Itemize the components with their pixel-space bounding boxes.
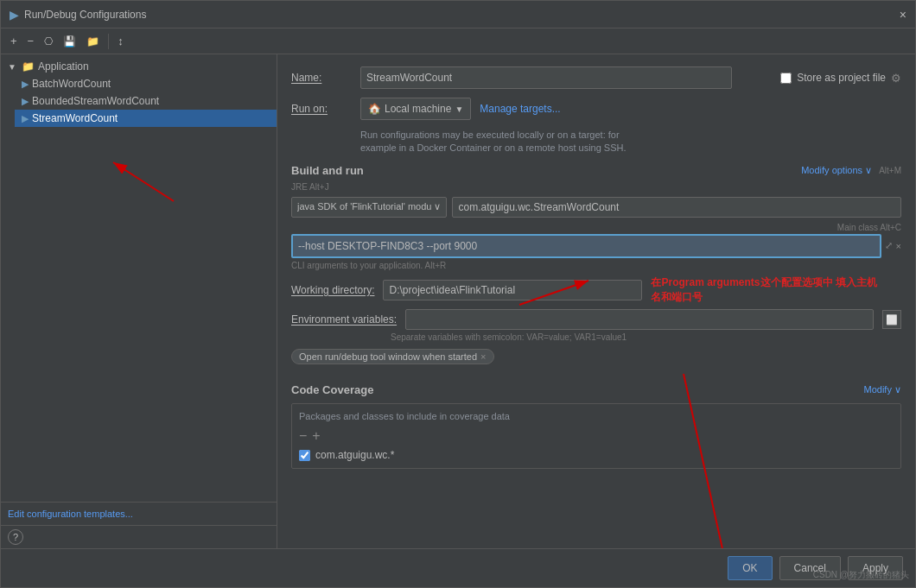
coverage-add-button[interactable]: + [312,428,320,444]
dialog-bottom-bar: OK Cancel Apply [1,548,915,587]
application-group-label: Application [38,60,89,73]
env-vars-hint: Separate variables with semicolon: VAR=v… [391,332,901,342]
left-panel-footer: Edit configuration templates... [1,502,277,525]
working-dir-row: Working directory: 在Program arguments这个配… [291,275,901,305]
env-vars-label: Environment variables: [291,313,397,326]
config-detail-panel: Name: Store as project file ⚙ Run on: 🏠 … [277,54,915,548]
env-vars-input[interactable] [405,309,874,330]
expand-args-icon[interactable]: ⤢ [885,240,893,251]
configurations-toolbar: + − ⎔ 💾 📁 ↕ [1,28,915,54]
dropdown-arrow-icon: ▼ [455,104,463,114]
working-dir-input[interactable] [383,280,642,300]
coverage-item: com.atguigu.wc.* [299,449,894,461]
coverage-item-label: com.atguigu.wc.* [315,449,394,461]
run-description: Run configurations may be executed local… [360,129,901,155]
remove-config-button[interactable]: − [23,32,39,50]
tags-row: Open run/debug tool window when started … [291,349,901,364]
coverage-item-checkbox[interactable] [299,450,310,461]
code-coverage-section: Code Coverage Modify ∨ Packages and clas… [291,383,901,469]
coverage-body: Packages and classes to include in cover… [291,403,901,469]
jre-hint: JRE Alt+J [291,182,329,192]
store-as-project-checkbox[interactable] [780,73,792,84]
run-on-row: Run on: 🏠 Local machine ▼ Manage targets… [291,98,901,120]
main-class-hint: Main class Alt+C [837,223,901,232]
edit-templates-link[interactable]: Edit configuration templates... [8,509,133,519]
coverage-desc: Packages and classes to include in cover… [299,411,894,421]
config-file-icon-3: ▶ [22,113,29,124]
application-group-header[interactable]: ▼ 📁 Application [1,58,277,75]
modify-options-shortcut: Alt+M [879,166,901,175]
gear-icon[interactable]: ⚙ [891,72,901,85]
name-label: Name: [291,72,352,84]
sdk-mainclass-row: java SDK of 'FlinkTutorial' modu ∨ com.a… [291,197,901,218]
title-bar: ▶ Run/Debug Configurations × [1,1,915,28]
application-folder-icon: 📁 [22,60,35,73]
env-vars-row: Environment variables: ⬜ [291,309,901,330]
copy-config-button[interactable]: ⎔ [40,33,57,50]
config-item-batchwordcount[interactable]: ▶ BatchWordCount [15,75,277,92]
working-dir-label: Working directory: [291,284,374,296]
modify-options-link[interactable]: Modify options ∨ [801,165,872,176]
left-panel-bottom: ? [1,525,277,548]
config-item-boundedstreamwordcount[interactable]: ▶ BoundedStreamWordCount [15,92,277,110]
import-config-button[interactable]: 📁 [82,33,104,50]
run-on-label: Run on: [291,103,352,115]
config-item-label-3: StreamWordCount [32,112,118,124]
coverage-title: Code Coverage [291,383,373,396]
toolbar-separator [108,34,109,49]
program-args-input[interactable] [291,234,881,258]
main-class-input[interactable] [452,197,901,218]
save-config-button[interactable]: 💾 [59,33,80,50]
manage-targets-link[interactable]: Manage targets... [480,103,560,115]
watermark: CSDN @努力搬砖的猪头 [813,569,909,581]
expand-icon: ▼ [8,62,18,72]
configurations-tree: ▼ 📁 Application ▶ BatchWordCount ▶ Bound… [1,54,277,548]
sort-config-button[interactable]: ↕ [113,32,128,50]
program-args-hint: CLI arguments to your application. Alt+R [291,261,901,270]
name-row: Name: Store as project file ⚙ [291,66,901,89]
close-button[interactable]: × [900,8,906,22]
collapse-args-icon[interactable]: × [896,241,901,251]
config-item-streamwordcount[interactable]: ▶ StreamWordCount [15,110,277,127]
open-window-tag: Open run/debug tool window when started … [291,349,494,364]
coverage-modify-link[interactable]: Modify ∨ [864,384,901,395]
build-and-run-section: Build and run Modify options ∨ Alt+M JRE… [291,164,901,365]
local-machine-label: Local machine [385,103,451,115]
config-file-icon-2: ▶ [22,96,29,107]
help-button[interactable]: ? [8,529,23,545]
tag-close-icon[interactable]: × [480,351,486,362]
store-as-project-area: Store as project file ⚙ [780,72,901,85]
env-vars-browse-button[interactable]: ⬜ [882,310,901,329]
build-and-run-title: Build and run [291,164,364,177]
program-args-row: ⤢ × CLI arguments to your application. A… [291,234,901,270]
coverage-remove-button[interactable]: − [299,428,307,444]
main-class-hint-row: Main class Alt+C [291,223,901,232]
dialog-icon: ▶ [10,8,19,22]
coverage-controls: − + [299,428,894,444]
config-item-label-2: BoundedStreamWordCount [32,95,159,107]
tag-label: Open run/debug tool window when started [299,351,477,362]
add-config-button[interactable]: + [6,32,22,50]
config-item-label: BatchWordCount [32,78,111,90]
local-machine-dropdown[interactable]: 🏠 Local machine ▼ [360,98,471,120]
ok-button[interactable]: OK [728,556,772,580]
dialog-title: Run/Debug Configurations [24,9,146,21]
config-file-icon: ▶ [22,79,29,90]
sdk-dropdown[interactable]: java SDK of 'FlinkTutorial' modu ∨ [291,197,447,218]
store-label: Store as project file [797,72,886,84]
jre-sdk-row: JRE Alt+J [291,182,901,192]
annotation-text: 在Program arguments这个配置选项中 填入主机名和端口号 [651,275,876,305]
home-icon: 🏠 [368,103,381,115]
name-input[interactable] [360,66,732,89]
sdk-label: java SDK of 'FlinkTutorial' modu ∨ [297,201,441,212]
